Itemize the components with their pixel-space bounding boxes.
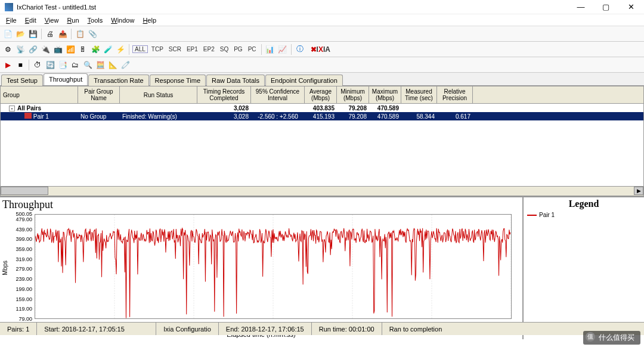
minimize-button[interactable]: —: [572, 1, 589, 13]
info-icon[interactable]: ⓘ: [295, 44, 305, 55]
tool-icon[interactable]: ⚡: [115, 44, 126, 55]
status-end: End: 2018-12-17, 17:06:15: [219, 323, 312, 335]
filter-all[interactable]: ALL: [132, 45, 148, 53]
status-runtime: Run time: 00:01:00: [312, 323, 382, 335]
status-result: Ran to completion: [382, 323, 450, 335]
print-icon[interactable]: 🖨: [45, 29, 55, 39]
tool-icon[interactable]: 🗂: [70, 60, 80, 70]
hdr-max[interactable]: Maximum(Mbps): [369, 86, 401, 103]
table-row[interactable]: Pair 1 No Group Finished: Warning(s) 3,0…: [1, 112, 643, 120]
filter-pg[interactable]: PG: [232, 46, 244, 52]
hdr-time[interactable]: MeasuredTime (sec): [401, 86, 437, 103]
hdr-timing[interactable]: Timing RecordsCompleted: [197, 86, 251, 103]
tool-icon[interactable]: 📶: [65, 44, 76, 55]
open-icon[interactable]: 📂: [15, 29, 26, 39]
watermark: 什么值得买: [583, 331, 640, 345]
status-start: Start: 2018-12-17, 17:05:15: [37, 323, 156, 335]
legend-entry: Pair 1: [527, 212, 640, 218]
filter-ep1[interactable]: EP1: [185, 46, 200, 52]
close-button[interactable]: ✕: [623, 1, 639, 13]
legend-pane: Legend Pair 1: [524, 197, 644, 339]
result-tabs: Test Setup Throughput Transaction Rate R…: [0, 73, 644, 86]
legend-swatch: [527, 215, 537, 216]
tool-icon[interactable]: 🔌: [40, 44, 51, 55]
title-bar: IxChariot Test - untitled1.tst — ▢ ✕: [0, 0, 644, 14]
tab-test-setup[interactable]: Test Setup: [1, 75, 43, 86]
tool-icon[interactable]: 🧷: [120, 60, 131, 70]
stop-icon[interactable]: ■: [15, 60, 26, 70]
tab-raw-data-totals[interactable]: Raw Data Totals: [206, 75, 265, 86]
chart-plot[interactable]: [35, 214, 512, 319]
grid-hscroll[interactable]: ▶: [1, 186, 643, 196]
menu-tools[interactable]: Tools: [84, 16, 107, 25]
grid-header: Group Pair GroupName Run Status Timing R…: [1, 86, 643, 104]
menu-bar: File Edit View Run Tools Window Help: [0, 14, 644, 26]
legend-label: Pair 1: [539, 212, 555, 218]
tool-icon[interactable]: 🔍: [82, 60, 93, 70]
tool-icon[interactable]: 🧮: [95, 60, 106, 70]
new-icon[interactable]: 📄: [2, 29, 13, 39]
chart-icon[interactable]: 📈: [277, 44, 288, 55]
tool-icon[interactable]: ⚙: [2, 44, 13, 55]
menu-view[interactable]: View: [41, 16, 63, 25]
y-axis-label: Mbps: [2, 268, 8, 275]
pair-icon: [24, 113, 32, 119]
toolbar-1: 📄 📂 💾 🖨 📤 📋 📎: [0, 26, 644, 42]
results-grid: Group Pair GroupName Run Status Timing R…: [0, 86, 644, 196]
tool-icon[interactable]: 🔄: [45, 60, 55, 70]
chart-title: Throughput: [2, 199, 520, 211]
hdr-group[interactable]: Group: [1, 86, 78, 103]
copy-icon[interactable]: 📋: [75, 29, 85, 39]
legend-title: Legend: [527, 199, 640, 209]
menu-window[interactable]: Window: [107, 16, 138, 25]
toolbar-2: ⚙ 📡 🔗 🔌 📺 📶 🎚 🧩 🧪 ⚡ ALL TCP SCR EP1 EP2 …: [0, 42, 644, 57]
menu-help[interactable]: Help: [139, 16, 160, 25]
maximize-button[interactable]: ▢: [597, 1, 614, 13]
filter-pc[interactable]: PC: [246, 46, 258, 52]
tool-icon[interactable]: 🧩: [90, 44, 101, 55]
ixia-logo: ✖IXIA: [311, 45, 330, 54]
run-icon[interactable]: ▶: [2, 60, 13, 70]
filter-ep2[interactable]: EP2: [202, 46, 216, 52]
tab-endpoint-config[interactable]: Endpoint Configuration: [265, 75, 343, 86]
save-icon[interactable]: 💾: [27, 29, 38, 39]
window-title: IxChariot Test - untitled1.tst: [17, 4, 572, 11]
hdr-avg[interactable]: Average(Mbps): [305, 86, 337, 103]
hdr-conf-int[interactable]: 95% ConfidenceInterval: [251, 86, 305, 103]
hdr-run-status[interactable]: Run Status: [120, 86, 197, 103]
status-config: Ixia Configuratio: [156, 323, 219, 335]
tool-icon[interactable]: 📡: [15, 44, 26, 55]
menu-edit[interactable]: Edit: [21, 16, 40, 25]
tool-icon[interactable]: 📐: [107, 60, 118, 70]
app-icon: [5, 3, 13, 11]
export-icon[interactable]: 📤: [57, 29, 68, 39]
tool-icon[interactable]: 🔗: [27, 44, 38, 55]
hdr-prec[interactable]: RelativePrecision: [437, 86, 473, 103]
filter-tcp[interactable]: TCP: [150, 46, 165, 52]
status-pairs: Pairs: 1: [0, 323, 37, 335]
filter-sq[interactable]: SQ: [218, 46, 230, 52]
filter-scr[interactable]: SCR: [167, 46, 183, 52]
hdr-pair-group[interactable]: Pair GroupName: [78, 86, 120, 103]
toolbar-3: ▶ ■ ⏱ 🔄 📑 🗂 🔍 🧮 📐 🧷: [0, 57, 644, 73]
hdr-min[interactable]: Minimum(Mbps): [337, 86, 369, 103]
tool-icon[interactable]: ⏱: [32, 60, 43, 70]
tool-icon[interactable]: 📑: [57, 60, 68, 70]
menu-run[interactable]: Run: [63, 16, 82, 25]
tab-transaction-rate[interactable]: Transaction Rate: [88, 75, 148, 86]
tab-response-time[interactable]: Response Time: [150, 75, 206, 86]
tool-icon[interactable]: 📺: [52, 44, 63, 55]
status-bar: Pairs: 1 Start: 2018-12-17, 17:05:15 Ixi…: [0, 322, 644, 335]
menu-file[interactable]: File: [2, 16, 20, 25]
chart-pane: Throughput Mbps 500.05479.00439.00399.00…: [0, 197, 524, 339]
tool-icon[interactable]: 🎚: [78, 44, 88, 55]
tool-icon[interactable]: 🧪: [103, 44, 113, 55]
chart-icon[interactable]: 📊: [265, 44, 275, 55]
paste-icon[interactable]: 📎: [87, 29, 98, 39]
summary-row[interactable]: -All Pairs 3,028 403.835 79.208 470.589: [1, 104, 643, 112]
tab-throughput[interactable]: Throughput: [44, 73, 88, 85]
